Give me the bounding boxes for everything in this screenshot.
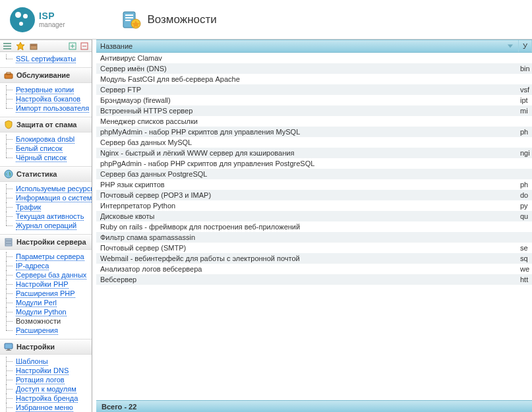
table-row[interactable]: Почтовый сервер (POP3 и IMAP)do xyxy=(96,190,532,200)
table-row[interactable]: Webmail - вебинтерфейс для работы с элек… xyxy=(96,253,532,264)
table-row[interactable]: Почтовый сервер (SMTP)se xyxy=(96,243,532,253)
sidebar-item[interactable]: Модули Python xyxy=(0,307,92,316)
svg-rect-22 xyxy=(7,349,10,350)
sidebar-item[interactable]: Блокировка dnsbl xyxy=(0,134,92,144)
sidebar-item[interactable]: Шаблоны xyxy=(0,357,92,366)
table-row[interactable]: Брэндмауэр (firewall)ipt xyxy=(96,95,532,105)
cell-pkg: we xyxy=(519,265,532,273)
sidebar-item[interactable]: SSL сертификаты xyxy=(0,54,92,63)
section-title: Обслуживание xyxy=(16,71,70,79)
sidebar-item-active[interactable]: Возможности xyxy=(0,316,92,326)
sidebar-item[interactable]: Ротация логов xyxy=(0,375,92,384)
table-row[interactable]: Сервер баз данных MySQL xyxy=(96,137,532,148)
sidebar-item[interactable]: Настройки PHP xyxy=(0,280,92,289)
svg-rect-9 xyxy=(30,44,37,46)
sidebar-item[interactable]: Используемые ресурсы xyxy=(0,184,92,193)
sidebar-item[interactable]: IP-адреса xyxy=(0,261,92,270)
cell-name: Nginx - быстрый и лёгкий WWW сервер для … xyxy=(96,149,519,157)
cell-name: phpMyAdmin - набор PHP скриптов для упра… xyxy=(96,128,519,136)
table-row[interactable]: Менеджер списков рассылки xyxy=(96,116,532,127)
table-row[interactable]: PHP язык скриптовph xyxy=(96,179,532,190)
sidebar-item[interactable]: Чёрный список xyxy=(0,153,92,162)
row-count: Всего - 22 xyxy=(102,403,136,411)
box-icon[interactable] xyxy=(29,42,38,51)
expand-icon[interactable] xyxy=(68,42,77,51)
cell-name: Вебсервер xyxy=(96,276,519,283)
cell-pkg: py xyxy=(519,202,532,210)
monitor-icon xyxy=(4,342,13,351)
sidebar-item[interactable]: Расширения xyxy=(0,326,92,335)
svg-rect-2 xyxy=(125,17,133,18)
sidebar-item[interactable]: Белый список xyxy=(0,144,92,153)
sidebar-item[interactable]: Доступ к модулям xyxy=(0,384,92,394)
globe-icon xyxy=(4,169,13,179)
sidebar-item[interactable]: Настройка бэкапов xyxy=(0,94,92,103)
column-pkg[interactable]: У xyxy=(519,40,532,52)
section-title: Настройки сервера xyxy=(16,238,86,246)
sidebar-item[interactable]: Избранное меню xyxy=(0,403,92,412)
table-row[interactable]: Фильтр спама spamassassin xyxy=(96,232,532,243)
sidebar-item[interactable]: Резервные копии xyxy=(0,85,92,94)
sidebar-section-header[interactable]: Защита от спама xyxy=(0,117,92,132)
cell-name: Сервер FTP xyxy=(96,86,519,94)
sidebar-item[interactable]: Серверы баз данных xyxy=(0,270,92,280)
cell-pkg: mi xyxy=(519,107,532,115)
table-row[interactable]: Интерпретатор Pythonpy xyxy=(96,200,532,211)
toolbox-icon xyxy=(4,71,13,80)
collapse-icon[interactable] xyxy=(80,42,89,51)
sidebar-item[interactable]: Текущая активность xyxy=(0,212,92,221)
table-row[interactable]: phpPgAdmin - набор PHP скриптов для упра… xyxy=(96,158,532,169)
svg-rect-20 xyxy=(5,244,12,246)
svg-rect-23 xyxy=(6,350,11,351)
table-row[interactable]: Анализатор логов вебсервераwe xyxy=(96,264,532,274)
cell-pkg: qu xyxy=(519,212,532,220)
app-header: ISP manager Возможности xyxy=(0,0,532,40)
table-row[interactable]: Nginx - быстрый и лёгкий WWW сервер для … xyxy=(96,148,532,158)
sidebar-section-header[interactable]: Обслуживание xyxy=(0,67,92,83)
svg-rect-3 xyxy=(125,20,131,21)
cell-name: Сервер баз данных PostgreSQL xyxy=(96,170,519,178)
table-row[interactable]: phpMyAdmin - набор PHP скриптов для упра… xyxy=(96,127,532,137)
table-row[interactable]: Ruby on rails - фреймворк для построения… xyxy=(96,221,532,232)
cell-name: Webmail - вебинтерфейс для работы с элек… xyxy=(96,254,519,262)
table-row[interactable]: Встроенный HTTPS серверmi xyxy=(96,105,532,116)
sort-desc-icon xyxy=(508,45,513,48)
sidebar-item[interactable]: Параметры сервера xyxy=(0,252,92,261)
sidebar-section-header[interactable]: Настройки сервера xyxy=(0,234,92,250)
cell-pkg: ngi xyxy=(519,149,532,157)
section-title: Защита от спама xyxy=(16,121,77,129)
cell-pkg: ph xyxy=(519,128,532,136)
cell-name: Дисковые квоты xyxy=(96,212,519,220)
table-row[interactable]: Антивирус Clamav xyxy=(96,53,532,63)
table-row[interactable]: Дисковые квотыqu xyxy=(96,211,532,221)
cell-pkg: ph xyxy=(519,181,532,189)
column-name[interactable]: Название xyxy=(96,40,519,52)
page-title-wrap: Возможности xyxy=(121,9,216,30)
list-icon[interactable] xyxy=(3,42,12,51)
star-icon[interactable] xyxy=(16,42,25,51)
section-title: Настройки xyxy=(16,343,55,351)
sidebar-item[interactable]: Импорт пользователя xyxy=(0,103,92,113)
table-row[interactable]: Сервер баз данных PostgreSQL xyxy=(96,169,532,179)
cell-name: Брэндмауэр (firewall) xyxy=(96,96,519,104)
sidebar-section-header[interactable]: Статистика xyxy=(0,166,92,182)
cell-name: phpPgAdmin - набор PHP скриптов для упра… xyxy=(96,160,519,167)
cell-name: Сервер имён (DNS) xyxy=(96,65,519,73)
sidebar-item[interactable]: Информация о системе xyxy=(0,193,92,202)
sidebar-item[interactable]: Журнал операций xyxy=(0,221,92,230)
sidebar-item[interactable]: Настройки DNS xyxy=(0,366,92,375)
sidebar-section-header[interactable]: Настройки xyxy=(0,339,92,355)
cell-name: Фильтр спама spamassassin xyxy=(96,233,519,241)
section-title: Статистика xyxy=(16,170,57,178)
sidebar-item[interactable]: Расширения PHP xyxy=(0,289,92,298)
cell-pkg: ipt xyxy=(519,96,532,104)
table-row[interactable]: Сервер имён (DNS)bin xyxy=(96,63,532,74)
sidebar-item[interactable]: Модули Perl xyxy=(0,298,92,307)
sidebar-item[interactable]: Настройка бренда xyxy=(0,394,92,403)
table-row[interactable]: Модуль FastCGI для веб-сервера Apache xyxy=(96,74,532,84)
data-grid[interactable]: Антивирус ClamavСервер имён (DNS)binМоду… xyxy=(96,53,532,400)
table-row[interactable]: Вебсерверhtt xyxy=(96,274,532,285)
table-row[interactable]: Сервер FTPvsf xyxy=(96,84,532,95)
sidebar-item[interactable]: Трафик xyxy=(0,202,92,212)
sidebar: SSL сертификатыОбслуживаниеРезервные коп… xyxy=(0,40,92,412)
